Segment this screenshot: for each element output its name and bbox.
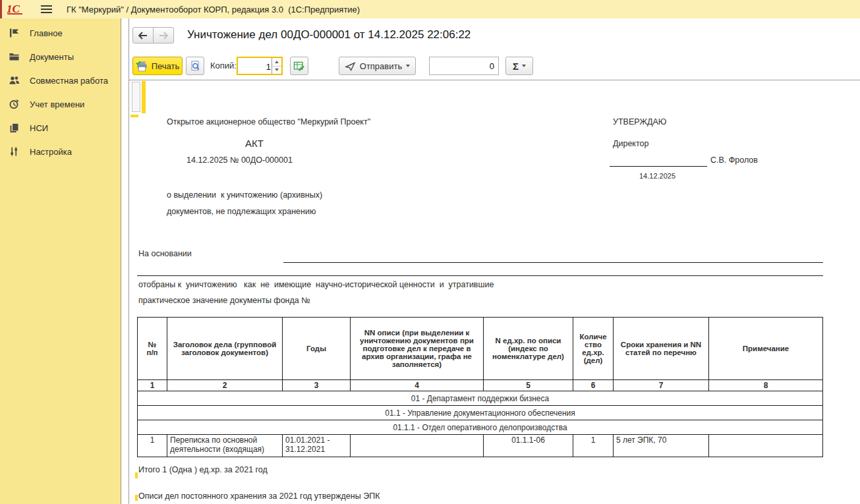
selected-cell-marker — [132, 82, 140, 112]
forward-button[interactable] — [153, 27, 174, 43]
sidebar-item-sovmestnaya-rabota[interactable]: Совместная работа — [0, 69, 121, 92]
sidebar-item-label: Совместная работа — [30, 76, 108, 86]
copies-label: Копий: — [210, 61, 237, 70]
body-paragraph: практическое значение документы фонда № — [138, 296, 310, 305]
printer-icon — [136, 61, 148, 72]
column-header: № п/п — [138, 318, 167, 380]
sidebar-item-dokumenty[interactable]: Документы — [0, 45, 121, 69]
cell-inventory-nn — [351, 435, 484, 457]
column-number: 8 — [709, 380, 823, 391]
column-header: N ед.хр. по описи (индекс по номенклатур… — [484, 318, 573, 380]
column-header: NN описи (при выделении к уничтожению до… — [351, 318, 484, 380]
subject-line: документов, не подлежащих хранению — [167, 207, 316, 216]
sum-button[interactable]: Σ — [505, 57, 533, 75]
column-number: 6 — [573, 380, 614, 391]
sidebar-item-glavnoe[interactable]: Главное — [0, 21, 121, 45]
column-header: Сроки хранения и NN статей по перечню — [614, 318, 709, 380]
basis-fill-line — [137, 275, 823, 276]
group-title: 01.1 - Управление документационного обес… — [138, 406, 823, 420]
column-numbers-row: 1 2 3 4 5 6 7 8 — [138, 380, 823, 391]
basis-fill-line — [283, 262, 823, 263]
approve-stamp: УТВЕРЖДАЮ — [613, 117, 666, 126]
footer-line: Описи дел постоянного хранения за 2021 г… — [138, 491, 380, 501]
column-number: 1 — [138, 380, 167, 391]
preview-icon — [190, 61, 201, 72]
window-edge-accent — [0, 0, 2, 18]
spreadsheet-document[interactable]: Открытое акционерное общество "Меркурий … — [129, 80, 860, 504]
act-title: АКТ — [245, 138, 264, 149]
arrow-left-icon — [138, 32, 148, 40]
sidebar: Главное Документы Совместная работа Учет… — [0, 18, 121, 504]
cell-note — [709, 435, 823, 457]
section-marker — [135, 472, 138, 478]
column-number: 4 — [351, 380, 484, 391]
print-preview-button[interactable] — [186, 57, 204, 75]
chevron-down-icon — [522, 65, 526, 67]
cell-quantity: 1 — [573, 435, 614, 457]
cell-retention: 5 лет ЭПК, 70 — [614, 435, 709, 457]
cell-number: 1 — [138, 435, 167, 457]
group-row: 01.1 - Управление документационного обес… — [138, 406, 823, 420]
chevron-down-icon — [406, 65, 410, 67]
approve-date: 14.12.2025 — [639, 172, 675, 180]
subject-line: о выделении к уничтожению (архивных) — [167, 190, 322, 200]
group-row: 01.1.1 - Отдел оперативного делопроизвод… — [138, 420, 823, 435]
pages-icon — [9, 123, 21, 134]
table-edit-icon — [293, 61, 305, 71]
sidebar-item-uchet-vremeni[interactable]: Учет времени — [0, 92, 121, 116]
cell-case-title: Переписка по основной деятельности (вход… — [167, 435, 283, 457]
copies-value[interactable]: 1 — [238, 58, 272, 74]
main-menu-icon[interactable] — [41, 5, 52, 13]
selection-highlight-bar — [142, 81, 146, 113]
basis-label: На основании — [138, 249, 192, 258]
column-header: Заголовок дела (групповой заголовок доку… — [167, 318, 283, 380]
table-header-row: № п/п Заголовок дела (групповой заголово… — [138, 318, 823, 380]
group-title: 01 - Департамент поддержки бизнеса — [138, 391, 823, 406]
copies-increment-button[interactable] — [272, 58, 281, 67]
table-row: 1 Переписка по основной деятельности (вх… — [138, 435, 823, 457]
print-button-label: Печать — [152, 61, 180, 71]
window-title: ГК "Меркурий" / Документооборот КОРП, ре… — [67, 5, 360, 14]
signature-line — [610, 166, 707, 167]
svg-text:1С: 1С — [7, 3, 20, 15]
column-header: Примечание — [709, 318, 823, 380]
copies-decrement-button[interactable] — [272, 67, 281, 74]
sigma-icon: Σ — [513, 61, 519, 72]
act-table: № п/п Заголовок дела (групповой заголово… — [137, 317, 823, 457]
counter-field[interactable]: 0 — [429, 57, 499, 75]
sidebar-item-label: Учет времени — [30, 99, 84, 109]
flag-icon — [9, 28, 21, 39]
column-number: 2 — [167, 380, 283, 391]
sidebar-item-nsi[interactable]: НСИ — [0, 116, 121, 140]
column-number: 5 — [484, 380, 573, 391]
window-titlebar: 1С ГК "Меркурий" / Документооборот КОРП,… — [0, 0, 860, 18]
send-button[interactable]: Отправить — [339, 57, 416, 75]
group-title: 01.1.1 - Отдел оперативного делопроизвод… — [138, 420, 823, 435]
people-icon — [9, 75, 21, 86]
sidebar-item-label: Главное — [30, 28, 63, 38]
group-row: 01 - Департамент поддержки бизнеса — [138, 391, 823, 406]
copies-input[interactable]: 1 — [237, 57, 283, 75]
clock-icon — [9, 99, 21, 110]
sidebar-item-label: Настройка — [30, 147, 72, 157]
page-title: Уничтожение дел 00ДО-000001 от 14.12.202… — [187, 28, 471, 42]
act-number-line: 14.12.2025 № 00ДО-000001 — [186, 155, 293, 165]
body-paragraph: отобраны к уничтожению как не имеющие на… — [138, 280, 494, 289]
send-icon — [345, 61, 356, 71]
sidebar-item-label: НСИ — [30, 123, 48, 133]
section-marker — [135, 495, 138, 501]
cell-years: 01.01.2021 - 31.12.2021 — [283, 435, 351, 457]
sliders-icon — [9, 146, 21, 157]
column-header: Годы — [283, 318, 351, 380]
column-number: 7 — [614, 380, 709, 391]
selection-highlight-dash — [130, 115, 138, 117]
back-button[interactable] — [132, 27, 154, 43]
print-button[interactable]: Печать — [132, 57, 183, 75]
sidebar-item-nastroyka[interactable]: Настройка — [0, 140, 121, 163]
total-line: Итого 1 (Одна ) ед.хр. за 2021 год — [138, 465, 268, 474]
edit-spreadsheet-button[interactable] — [290, 57, 308, 75]
column-number: 3 — [283, 380, 351, 391]
send-button-label: Отправить — [360, 61, 402, 71]
1c-logo-icon: 1С — [7, 3, 28, 16]
organization-name: Открытое акционерное общество "Меркурий … — [167, 117, 370, 126]
